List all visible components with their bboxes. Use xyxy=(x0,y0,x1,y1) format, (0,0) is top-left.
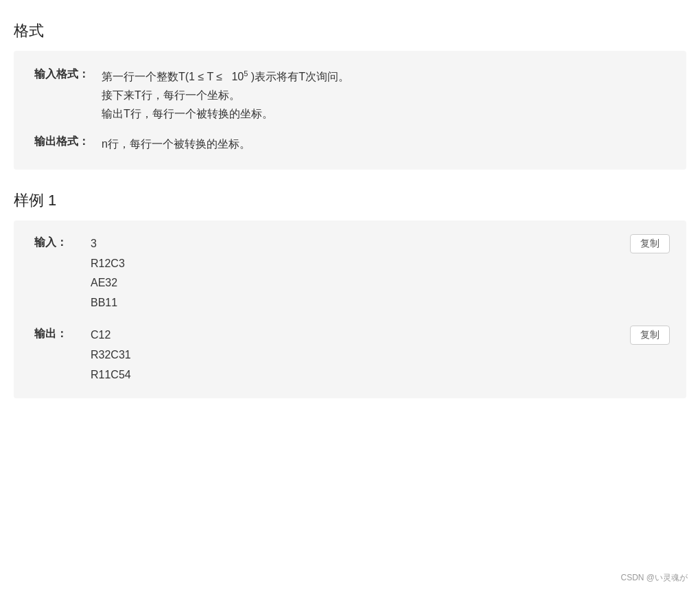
format-section-title: 格式 xyxy=(14,21,686,41)
input-label: 输入： xyxy=(34,234,82,250)
input-value-2: R12C3 xyxy=(91,254,670,274)
output-format-row: 输出格式： n行，每行一个被转换的坐标。 xyxy=(34,135,666,153)
output-format-content: n行，每行一个被转换的坐标。 xyxy=(102,135,250,153)
input-line-3: 接下来T行，每行一个坐标。 xyxy=(102,86,349,104)
input-format-row: 输入格式： 第一行一个整数T(1 ≤ T ≤ 105 )表示将有T次询问。 接下… xyxy=(34,67,666,124)
input-format-label: 输入格式： xyxy=(34,67,96,82)
watermark: CSDN @い灵魂が xyxy=(620,572,688,584)
output-label: 输出： xyxy=(34,326,82,341)
example-section: 样例 1 输入： 3 R12C3 AE32 BB11 复制 输出： C12 R3… xyxy=(14,190,686,399)
input-row: 输入： 3 R12C3 AE32 BB11 复制 xyxy=(34,234,670,313)
output-content: C12 R32C31 R11C54 xyxy=(91,326,670,385)
output-row: 输出： C12 R32C31 R11C54 复制 xyxy=(34,326,670,385)
input-value-1: 3 xyxy=(91,234,670,254)
input-copy-button[interactable]: 复制 xyxy=(630,234,670,253)
input-value-3: AE32 xyxy=(91,273,670,293)
output-value-2: R32C31 xyxy=(91,345,670,365)
input-content: 3 R12C3 AE32 BB11 xyxy=(91,234,670,313)
superscript-5: 5 xyxy=(244,69,248,78)
format-box: 输入格式： 第一行一个整数T(1 ≤ T ≤ 105 )表示将有T次询问。 接下… xyxy=(14,51,686,170)
output-value-1: C12 xyxy=(91,326,670,345)
input-line-5: 输出T行，每行一个被转换的坐标。 xyxy=(102,104,349,123)
example-title: 样例 1 xyxy=(14,190,686,211)
output-copy-button[interactable]: 复制 xyxy=(630,326,670,345)
output-format-label: 输出格式： xyxy=(34,135,96,149)
input-format-content: 第一行一个整数T(1 ≤ T ≤ 105 )表示将有T次询问。 接下来T行，每行… xyxy=(102,67,349,124)
input-value-4: BB11 xyxy=(91,293,670,313)
example-box: 输入： 3 R12C3 AE32 BB11 复制 输出： C12 R32C31 … xyxy=(14,220,686,399)
output-value-3: R11C54 xyxy=(91,365,670,385)
